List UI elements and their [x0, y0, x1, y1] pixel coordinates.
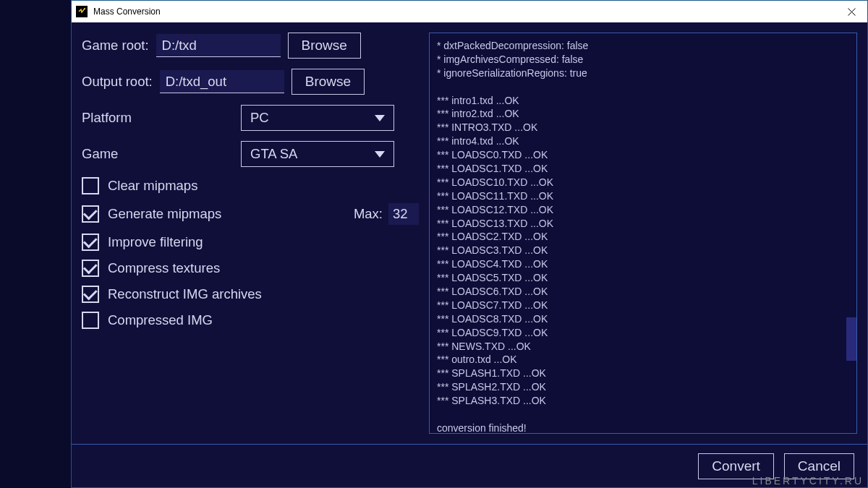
generate-mipmaps-checkbox[interactable]	[82, 205, 99, 223]
chevron-down-icon	[375, 151, 385, 158]
compressed-img-label: Compressed IMG	[108, 312, 213, 328]
platform-label: Platform	[82, 110, 234, 126]
clear-mipmaps-checkbox[interactable]	[82, 177, 99, 194]
improve-filtering-checkbox[interactable]	[82, 234, 99, 251]
mass-conversion-window: Mass Conversion Game root: Browse Output…	[71, 0, 868, 488]
browse-output-root-button[interactable]: Browse	[292, 69, 365, 95]
close-button[interactable]	[835, 1, 867, 22]
compressed-img-checkbox[interactable]	[82, 312, 99, 329]
platform-value: PC	[250, 110, 375, 126]
game-select[interactable]: GTA SA	[241, 141, 394, 167]
content-area: Game root: Browse Output root: Browse Pl…	[72, 22, 867, 444]
compress-textures-checkbox[interactable]	[82, 260, 99, 277]
settings-panel: Game root: Browse Output root: Browse Pl…	[82, 33, 419, 434]
game-label: Game	[82, 146, 234, 162]
clear-mipmaps-label: Clear mipmaps	[108, 178, 197, 194]
reconstruct-img-label: Reconstruct IMG archives	[108, 286, 262, 302]
max-label: Max:	[354, 206, 383, 222]
game-root-label: Game root:	[82, 38, 149, 53]
svg-point-0	[84, 8, 85, 9]
browse-game-root-button[interactable]: Browse	[288, 33, 361, 59]
log-text: * dxtPackedDecompression: false * imgArc…	[437, 40, 588, 434]
reconstruct-img-checkbox[interactable]	[82, 286, 99, 303]
titlebar: Mass Conversion	[72, 1, 867, 22]
window-title: Mass Conversion	[93, 7, 835, 17]
platform-select[interactable]: PC	[241, 105, 394, 131]
cancel-button[interactable]: Cancel	[784, 453, 854, 479]
game-root-input[interactable]	[156, 34, 281, 57]
game-value: GTA SA	[250, 146, 375, 162]
footer: Convert Cancel	[72, 444, 867, 487]
generate-mipmaps-label: Generate mipmaps	[108, 206, 221, 222]
convert-button[interactable]: Convert	[698, 453, 774, 479]
improve-filtering-label: Improve filtering	[108, 234, 203, 250]
scrollbar-thumb[interactable]	[846, 317, 856, 361]
chevron-down-icon	[375, 115, 385, 121]
app-icon	[76, 6, 88, 17]
max-mipmaps-input[interactable]	[388, 203, 419, 225]
log-output: * dxtPackedDecompression: false * imgArc…	[429, 33, 857, 434]
output-root-label: Output root:	[82, 74, 153, 90]
output-root-input[interactable]	[160, 70, 284, 93]
compress-textures-label: Compress textures	[108, 260, 220, 276]
log-scrollbar[interactable]	[846, 33, 856, 433]
